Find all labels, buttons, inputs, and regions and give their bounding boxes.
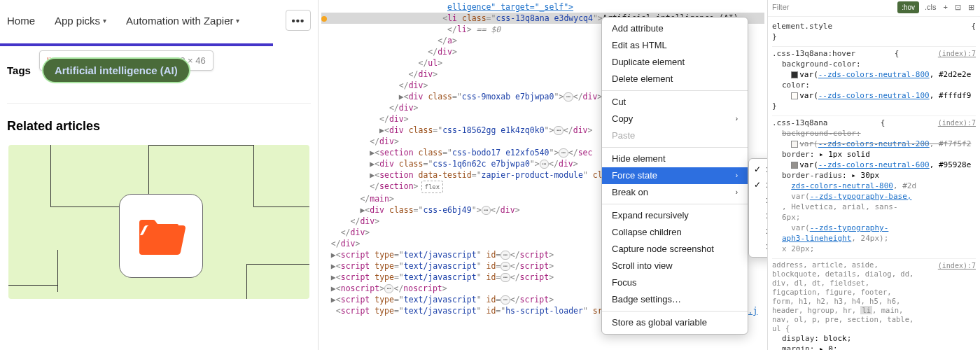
flex-badge[interactable]: flex	[421, 181, 444, 193]
check-icon: ✓	[754, 164, 761, 175]
nav-automation[interactable]: Automation with Zapier▾	[126, 15, 239, 27]
ctx-cut[interactable]: Cut	[602, 94, 748, 111]
elements-panel: elligence" target="_self"> <li class="cs…	[318, 0, 767, 350]
breakpoint-dot-icon	[321, 16, 327, 22]
chevron-down-icon: ▾	[236, 17, 239, 24]
state-focus-within[interactable]: :focus-within	[749, 223, 767, 239]
toolbar-icon[interactable]: ⊞	[967, 2, 976, 13]
ctx-hide[interactable]: Hide element	[602, 150, 748, 167]
cls-toggle[interactable]: .cls	[923, 2, 938, 13]
chevron-right-icon: ›	[736, 113, 738, 125]
site-nav: Home App picks▾ Automation with Zapier▾ …	[0, 0, 318, 43]
article-card[interactable]	[8, 145, 309, 299]
new-rule-button[interactable]: +	[942, 2, 949, 13]
nav-app-picks[interactable]: App picks▾	[55, 15, 106, 27]
ctx-add-attribute[interactable]: Add attribute	[602, 20, 748, 37]
ctx-expand[interactable]: Expand recursively	[602, 207, 748, 224]
styles-body[interactable]: element.style { } .css-13q8ana:hover {(i…	[768, 17, 980, 350]
context-menu: Add attribute Edit as HTML Duplicate ele…	[601, 17, 748, 335]
related-heading: Related articles	[7, 119, 311, 134]
ctx-break-on[interactable]: Break on›	[602, 184, 748, 201]
state-active[interactable]: ✓:active	[749, 162, 767, 177]
ctx-focus[interactable]: Focus	[602, 274, 748, 291]
source-link[interactable]: (index):7	[938, 260, 976, 333]
state-focus[interactable]: :focus	[749, 192, 767, 208]
check-icon: ✓	[754, 179, 761, 190]
state-hover[interactable]: ✓:hover	[749, 177, 767, 192]
ctx-store[interactable]: Store as global variable	[602, 314, 748, 331]
ctx-badge[interactable]: Badge settings…	[602, 291, 748, 308]
toolbar-icon[interactable]: ⊡	[953, 2, 962, 13]
chevron-down-icon: ▾	[103, 17, 106, 24]
rule-hover: .css-13q8ana:hover {(index):7 background…	[772, 46, 976, 111]
state-visited[interactable]: :visited	[749, 208, 767, 223]
styles-toolbar: Filter :hov .cls + ⊡ ⊞	[768, 0, 980, 17]
nav-home[interactable]: Home	[7, 15, 35, 27]
ctx-paste: Paste	[602, 127, 748, 144]
hov-toggle[interactable]: :hov	[897, 1, 919, 13]
ctx-copy[interactable]: Copy›	[602, 111, 748, 127]
folder-icon-box	[119, 194, 203, 278]
tag-pill-ai[interactable]: Artificial intelligence (AI)	[43, 59, 189, 82]
more-button[interactable]: •••	[286, 10, 311, 31]
related-articles: Related articles	[0, 104, 318, 299]
styles-panel: Filter :hov .cls + ⊡ ⊞ element.style { }…	[767, 0, 980, 350]
website-panel: Home App picks▾ Automation with Zapier▾ …	[0, 0, 318, 350]
ctx-capture[interactable]: Capture node screenshot	[602, 241, 748, 258]
chevron-right-icon: ›	[736, 187, 738, 198]
force-state-submenu: ✓:active ✓:hover :focus :visited :focus-…	[748, 158, 767, 258]
rule-reset: address, article, aside, blockquote, det…	[772, 258, 976, 350]
ctx-edit-html[interactable]: Edit as HTML	[602, 37, 748, 54]
folder-icon	[136, 216, 186, 256]
ctx-duplicate[interactable]: Duplicate element	[602, 54, 748, 71]
chevron-right-icon: ›	[736, 170, 738, 181]
ctx-delete[interactable]: Delete element	[602, 71, 748, 88]
ctx-collapse[interactable]: Collapse children	[602, 224, 748, 241]
source-link[interactable]: (index):7	[938, 118, 976, 128]
rule-base: .css-13q8ana {(index):7 background-color…	[772, 115, 976, 254]
tags-label: Tags	[7, 64, 31, 76]
filter-input[interactable]: Filter	[772, 2, 789, 13]
ctx-force-state[interactable]: Force state›	[602, 167, 748, 184]
rule-element-style: element.style { }	[772, 20, 976, 42]
ctx-scroll[interactable]: Scroll into view	[602, 258, 748, 274]
source-link[interactable]: (index):7	[938, 48, 976, 59]
state-focus-visible[interactable]: :focus-visible	[749, 239, 767, 254]
